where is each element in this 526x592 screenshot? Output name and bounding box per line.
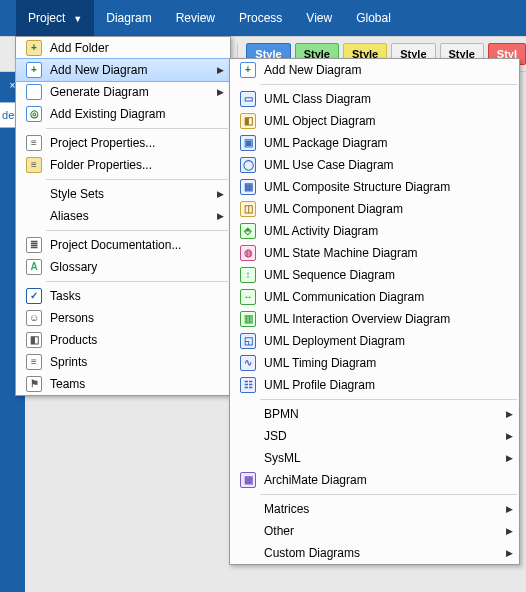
icon-cell: ▦ [236, 469, 260, 491]
menu-item[interactable]: ◧Products [16, 329, 230, 351]
chevron-right-icon: ▶ [506, 504, 513, 514]
menu-process[interactable]: Process [227, 0, 294, 36]
menu-item-label: Style Sets [46, 187, 210, 201]
menu-label: Diagram [106, 11, 151, 25]
menu-item-icon: + [26, 40, 42, 56]
menu-review[interactable]: Review [164, 0, 227, 36]
menu-item-label: SysML [260, 451, 499, 465]
menu-item-label: UML Timing Diagram [260, 356, 499, 370]
menu-item-label: Aliases [46, 209, 210, 223]
menu-item-label: UML Package Diagram [260, 136, 499, 150]
chevron-right-icon: ▶ [506, 548, 513, 558]
menu-item[interactable]: ▣UML Package Diagram [230, 132, 519, 154]
menu-item-label: UML Object Diagram [260, 114, 499, 128]
menu-item-label: Matrices [260, 502, 499, 516]
menu-separator [46, 128, 228, 129]
menu-item[interactable]: Aliases▶ [16, 205, 230, 227]
menu-item-label: Add New Diagram [260, 63, 499, 77]
icon-cell [236, 520, 260, 542]
menu-item-icon: ↕ [240, 267, 256, 283]
menu-item[interactable]: Other▶ [230, 520, 519, 542]
icon-cell: + [22, 37, 46, 59]
chevron-right-icon: ▶ [506, 453, 513, 463]
menu-item[interactable]: ↕UML Sequence Diagram [230, 264, 519, 286]
menu-item[interactable]: ◫UML Component Diagram [230, 198, 519, 220]
menu-item-label: UML Interaction Overview Diagram [260, 312, 499, 326]
menu-item[interactable]: JSD▶ [230, 425, 519, 447]
icon-cell: + [22, 59, 46, 81]
menu-item[interactable]: ▭UML Class Diagram [230, 88, 519, 110]
chevron-right-icon: ▶ [506, 409, 513, 419]
menu-item-label: JSD [260, 429, 499, 443]
menu-item-label: UML Communication Diagram [260, 290, 499, 304]
menu-item-label: Glossary [46, 260, 210, 274]
menu-item-icon: ◍ [240, 245, 256, 261]
menu-item-icon: ☷ [240, 377, 256, 393]
icon-cell: ▦ [236, 176, 260, 198]
menu-separator [46, 281, 228, 282]
menu-item[interactable]: ◯UML Use Case Diagram [230, 154, 519, 176]
menu-item[interactable]: ◍UML State Machine Diagram [230, 242, 519, 264]
menu-separator [46, 179, 228, 180]
chevron-right-icon: ▶ [506, 526, 513, 536]
chevron-right-icon: ▶ [217, 189, 224, 199]
menu-item[interactable]: ⬘UML Activity Diagram [230, 220, 519, 242]
menu-item[interactable]: SysML▶ [230, 447, 519, 469]
menu-item-label: Tasks [46, 289, 210, 303]
chevron-down-icon: ▼ [73, 14, 82, 24]
chevron-right-icon: ▶ [217, 211, 224, 221]
menu-global[interactable]: Global [344, 0, 403, 36]
menu-item[interactable]: Style Sets▶ [16, 183, 230, 205]
menu-item[interactable]: ⚑Teams [16, 373, 230, 395]
menu-item[interactable]: BPMN▶ [230, 403, 519, 425]
menu-separator [260, 399, 517, 400]
menu-item-label: Products [46, 333, 210, 347]
menu-item-label: Add Folder [46, 41, 210, 55]
menu-item[interactable]: ▦UML Composite Structure Diagram [230, 176, 519, 198]
menu-item[interactable]: ☺Persons [16, 307, 230, 329]
menu-item[interactable]: ≡Folder Properties... [16, 154, 230, 176]
menu-item[interactable]: ≡Sprints [16, 351, 230, 373]
menu-item[interactable]: ≣Project Documentation... [16, 234, 230, 256]
menu-item[interactable]: AGlossary [16, 256, 230, 278]
icon-cell: ≡ [22, 154, 46, 176]
menu-item[interactable]: Custom Diagrams▶ [230, 542, 519, 564]
icon-cell: ☺ [22, 307, 46, 329]
chevron-right-icon: ▶ [217, 65, 224, 75]
menu-separator [260, 84, 517, 85]
menu-project[interactable]: Project▼ [16, 0, 94, 36]
icon-cell: ≡ [22, 351, 46, 373]
menu-item[interactable]: ▥UML Interaction Overview Diagram [230, 308, 519, 330]
menu-item[interactable]: ▦ArchiMate Diagram [230, 469, 519, 491]
menu-item[interactable]: ☷UML Profile Diagram [230, 374, 519, 396]
icon-cell: ◧ [236, 110, 260, 132]
menu-item-icon: ◧ [26, 332, 42, 348]
menu-item[interactable]: +Add New Diagram [230, 59, 519, 81]
icon-cell [22, 81, 46, 103]
icon-cell: ◯ [236, 154, 260, 176]
menu-separator [46, 230, 228, 231]
menu-item[interactable]: Matrices▶ [230, 498, 519, 520]
menu-item-label: Project Documentation... [46, 238, 210, 252]
menu-item-label: UML Composite Structure Diagram [260, 180, 499, 194]
chevron-right-icon: ▶ [217, 87, 224, 97]
menu-item[interactable]: ◱UML Deployment Diagram [230, 330, 519, 352]
menu-item-icon: ◫ [240, 201, 256, 217]
menu-item[interactable]: ✓Tasks [16, 285, 230, 307]
icon-cell: ◧ [22, 329, 46, 351]
icon-cell: ⬘ [236, 220, 260, 242]
menu-item-label: Custom Diagrams [260, 546, 499, 560]
menu-item[interactable]: ◎Add Existing Diagram [16, 103, 230, 125]
menu-item-label: Persons [46, 311, 210, 325]
menu-diagram[interactable]: Diagram [94, 0, 163, 36]
menu-item[interactable]: ◧UML Object Diagram [230, 110, 519, 132]
menu-item[interactable]: Generate Diagram▶ [16, 81, 230, 103]
menu-item[interactable]: ≡Project Properties... [16, 132, 230, 154]
menu-view[interactable]: View [294, 0, 344, 36]
menu-item-icon: + [26, 62, 42, 78]
menu-item[interactable]: +Add Folder [16, 37, 230, 59]
menu-item[interactable]: +Add New Diagram▶ [16, 59, 230, 81]
add-new-diagram-submenu: +Add New Diagram▭UML Class Diagram◧UML O… [229, 58, 520, 565]
menu-item[interactable]: ↔UML Communication Diagram [230, 286, 519, 308]
menu-item[interactable]: ∿UML Timing Diagram [230, 352, 519, 374]
